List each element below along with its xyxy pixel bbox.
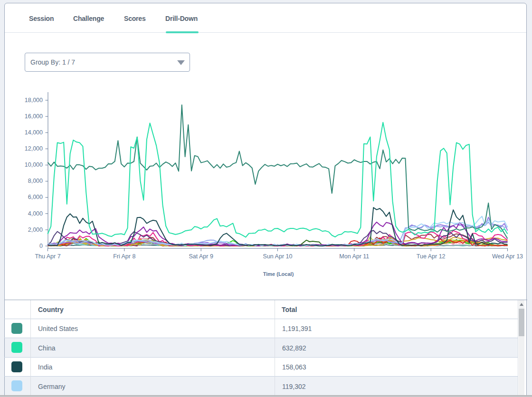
svg-text:2,000: 2,000 — [28, 227, 43, 233]
svg-text:6,000: 6,000 — [28, 194, 43, 200]
svg-text:Sat Apr 9: Sat Apr 9 — [189, 253, 213, 260]
svg-text:Mon Apr 11: Mon Apr 11 — [339, 253, 369, 260]
svg-text:Thu Apr 7: Thu Apr 7 — [35, 253, 60, 260]
svg-text:Tue Apr 12: Tue Apr 12 — [417, 253, 446, 260]
svg-text:0: 0 — [39, 243, 43, 249]
svg-text:Fri Apr 8: Fri Apr 8 — [113, 253, 135, 260]
svg-text:10,000: 10,000 — [25, 161, 43, 168]
svg-text:4,000: 4,000 — [28, 210, 43, 217]
svg-text:14,000: 14,000 — [25, 129, 43, 136]
svg-text:Wed Apr 13: Wed Apr 13 — [492, 253, 523, 260]
svg-text:Time (Local): Time (Local) — [263, 271, 294, 277]
svg-text:8,000: 8,000 — [28, 178, 43, 184]
svg-text:12,000: 12,000 — [25, 145, 43, 152]
svg-text:Sun Apr 10: Sun Apr 10 — [263, 253, 293, 260]
svg-text:18,000: 18,000 — [25, 97, 43, 104]
svg-text:16,000: 16,000 — [25, 113, 43, 120]
